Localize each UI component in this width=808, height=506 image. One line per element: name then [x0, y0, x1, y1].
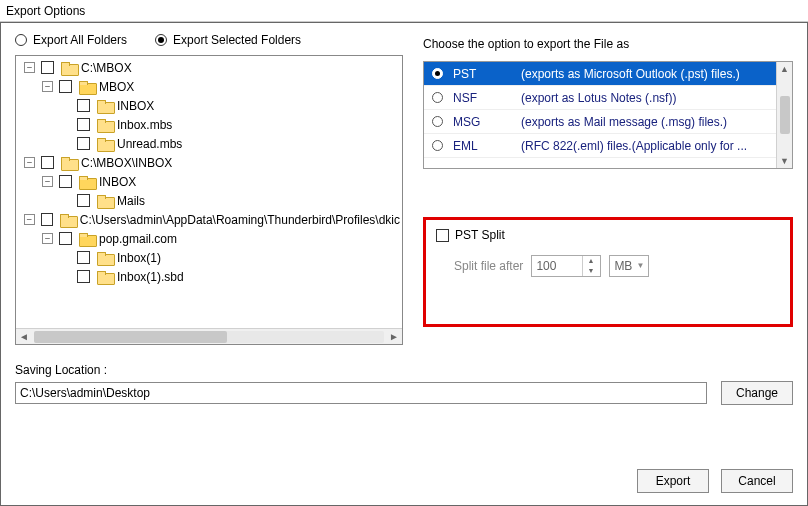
folder-icon [61, 157, 77, 169]
saving-location-block: Saving Location : Change [15, 363, 793, 405]
expander-spacer [60, 195, 71, 206]
tree-checkbox[interactable] [59, 232, 72, 245]
scroll-up-icon[interactable]: ▲ [780, 64, 789, 74]
radio-icon [15, 34, 27, 46]
checkbox-icon [436, 229, 449, 242]
scroll-thumb[interactable] [34, 331, 227, 343]
tree-row[interactable]: Inbox.mbs [18, 115, 400, 134]
tree-checkbox[interactable] [41, 156, 54, 169]
pst-split-checkbox[interactable]: PST Split [436, 228, 505, 242]
folder-icon [79, 81, 95, 93]
scroll-track[interactable] [34, 331, 384, 343]
collapse-icon[interactable]: − [42, 81, 53, 92]
collapse-icon[interactable]: − [42, 176, 53, 187]
expander-spacer [60, 100, 71, 111]
folder-icon [97, 195, 113, 207]
split-size-field[interactable] [532, 256, 582, 276]
tree-row[interactable]: −INBOX [18, 172, 400, 191]
radio-export-selected[interactable]: Export Selected Folders [155, 33, 301, 47]
tree-row[interactable]: Inbox(1).sbd [18, 267, 400, 286]
radio-icon [155, 34, 167, 46]
folder-icon [61, 62, 77, 74]
tree-item-label: C:\MBOX [79, 61, 132, 75]
tree-item-label: Unread.mbs [115, 137, 182, 151]
radio-export-all[interactable]: Export All Folders [15, 33, 127, 47]
format-heading: Choose the option to export the File as [423, 37, 793, 51]
tree-checkbox[interactable] [77, 270, 90, 283]
tree-checkbox[interactable] [41, 213, 54, 226]
scroll-thumb[interactable] [780, 96, 790, 134]
expander-spacer [60, 271, 71, 282]
dialog-body: Export All Folders Export Selected Folde… [0, 22, 808, 506]
tree-row[interactable]: −C:\MBOX\INBOX [18, 153, 400, 172]
format-name: EML [453, 139, 511, 153]
tree-item-label: Inbox(1) [115, 251, 161, 265]
tree-checkbox[interactable] [59, 175, 72, 188]
export-scope-radios: Export All Folders Export Selected Folde… [15, 33, 403, 47]
tree-item-label: Mails [115, 194, 145, 208]
tree-row[interactable]: Mails [18, 191, 400, 210]
tree-h-scrollbar[interactable]: ◄ ► [16, 328, 402, 344]
tree-item-label: pop.gmail.com [97, 232, 177, 246]
expander-spacer [60, 119, 71, 130]
tree-row[interactable]: −pop.gmail.com [18, 229, 400, 248]
tree-checkbox[interactable] [77, 118, 90, 131]
chevron-down-icon: ▼ [636, 261, 644, 270]
tree-item-label: Inbox(1).sbd [115, 270, 184, 284]
folder-icon [97, 252, 113, 264]
tree-row[interactable]: INBOX [18, 96, 400, 115]
collapse-icon[interactable]: − [24, 62, 35, 73]
change-button[interactable]: Change [721, 381, 793, 405]
tree-checkbox[interactable] [77, 137, 90, 150]
collapse-icon[interactable]: − [24, 214, 35, 225]
format-desc: (export as Lotus Notes (.nsf)) [521, 91, 768, 105]
scroll-down-icon[interactable]: ▼ [780, 156, 789, 166]
radio-label: Export Selected Folders [173, 33, 301, 47]
tree-row[interactable]: Inbox(1) [18, 248, 400, 267]
radio-icon [432, 68, 443, 79]
tree-item-label: INBOX [97, 175, 136, 189]
format-option-pst[interactable]: PST(exports as Microsoft Outlook (.pst) … [424, 62, 776, 86]
tree-row[interactable]: Unread.mbs [18, 134, 400, 153]
folder-tree[interactable]: −C:\MBOX−MBOXINBOXInbox.mbsUnread.mbs−C:… [15, 55, 403, 345]
tree-checkbox[interactable] [77, 194, 90, 207]
saving-location-input[interactable] [15, 382, 707, 404]
format-name: NSF [453, 91, 511, 105]
folder-icon [97, 271, 113, 283]
tree-row[interactable]: −MBOX [18, 77, 400, 96]
radio-icon [432, 116, 443, 127]
tree-item-label: C:\MBOX\INBOX [79, 156, 172, 170]
export-button[interactable]: Export [637, 469, 709, 493]
tree-checkbox[interactable] [41, 61, 54, 74]
expander-spacer [60, 252, 71, 263]
format-option-msg[interactable]: MSG(exports as Mail message (.msg) files… [424, 110, 776, 134]
folder-icon [97, 138, 113, 150]
tree-checkbox[interactable] [59, 80, 72, 93]
split-unit-select[interactable]: MB ▼ [609, 255, 649, 277]
stepper-down-icon[interactable]: ▼ [583, 266, 598, 276]
tree-item-label: MBOX [97, 80, 134, 94]
folder-icon [60, 214, 76, 226]
scroll-right-icon[interactable]: ► [386, 329, 402, 345]
scroll-left-icon[interactable]: ◄ [16, 329, 32, 345]
format-option-eml[interactable]: EML(RFC 822(.eml) files.(Applicable only… [424, 134, 776, 158]
dialog-buttons: Export Cancel [637, 469, 793, 493]
unit-label: MB [614, 259, 632, 273]
cancel-button[interactable]: Cancel [721, 469, 793, 493]
format-name: PST [453, 67, 511, 81]
tree-row[interactable]: −C:\Users\admin\AppData\Roaming\Thunderb… [18, 210, 400, 229]
right-column: Choose the option to export the File as … [423, 33, 793, 327]
format-v-scrollbar[interactable]: ▲ ▼ [776, 62, 792, 168]
tree-row[interactable]: −C:\MBOX [18, 58, 400, 77]
format-desc: (exports as Microsoft Outlook (.pst) fil… [521, 67, 768, 81]
folder-icon [97, 100, 113, 112]
split-size-input[interactable]: ▲ ▼ [531, 255, 601, 277]
format-desc: (exports as Mail message (.msg) files.) [521, 115, 768, 129]
window-title: Export Options [0, 0, 808, 22]
tree-checkbox[interactable] [77, 99, 90, 112]
tree-checkbox[interactable] [77, 251, 90, 264]
collapse-icon[interactable]: − [24, 157, 35, 168]
stepper-up-icon[interactable]: ▲ [583, 256, 598, 266]
format-option-nsf[interactable]: NSF(export as Lotus Notes (.nsf)) [424, 86, 776, 110]
collapse-icon[interactable]: − [42, 233, 53, 244]
